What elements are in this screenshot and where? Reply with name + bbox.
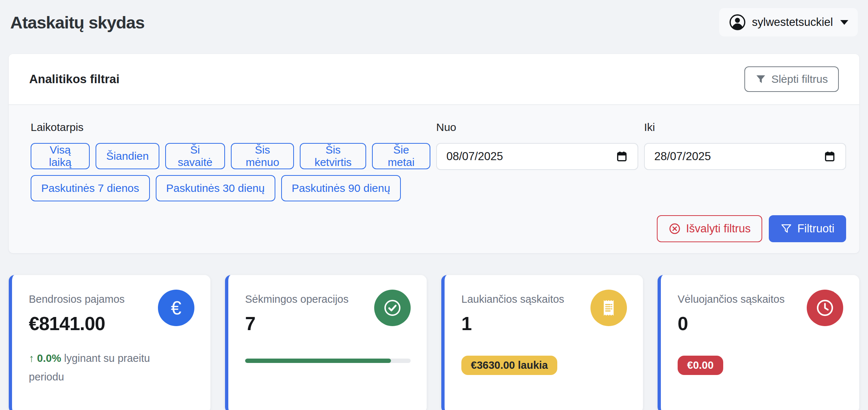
- date-to-label: Iki: [644, 121, 846, 134]
- circle-x-icon: [669, 223, 681, 235]
- filters-panel-body: Laikotarpis Visą laiką Šiandien Ši savai…: [9, 105, 859, 253]
- period-chip-paskutines-30-dienu[interactable]: Paskutinės 30 dienų: [156, 175, 275, 201]
- funnel-filled-icon: [755, 74, 766, 85]
- stat-card-successful-operations: Sėkmingos operacijos 7: [225, 275, 427, 410]
- funnel-outline-icon: [780, 223, 792, 235]
- date-from-section: Nuo 08/07/2025: [436, 121, 638, 207]
- period-chip-si-savaite[interactable]: Ši savaitė: [165, 143, 225, 169]
- euro-icon: €: [158, 290, 194, 326]
- period-chips-row-2: Paskutinės 7 dienos Paskutinės 30 dienų …: [31, 175, 430, 201]
- period-chip-sis-ketvirtis[interactable]: Šis ketvirtis: [300, 143, 366, 169]
- date-to-value: 28/07/2025: [654, 150, 711, 163]
- clear-filters-label: Išvalyti filtrus: [686, 222, 751, 235]
- receipt-icon: [590, 290, 627, 326]
- stat-card-total-revenue: Bendrosios pajamos €8141.00 € ↑ 0.0% lyg…: [9, 275, 210, 410]
- period-label: Laikotarpis: [31, 121, 430, 134]
- check-circle-icon: [374, 290, 411, 326]
- chevron-down-icon: [840, 20, 848, 25]
- progress-bar-fill: [245, 359, 391, 363]
- calendar-icon[interactable]: [616, 150, 628, 163]
- period-chip-visa-laika[interactable]: Visą laiką: [31, 143, 90, 169]
- user-name: sylwestetsuckiel: [752, 16, 833, 29]
- period-chip-sie-metai[interactable]: Šie metai: [372, 143, 430, 169]
- filters-panel-header: Analitikos filtrai Slėpti filtrus: [9, 54, 859, 105]
- user-menu[interactable]: sylwestetsuckiel: [719, 8, 858, 36]
- period-chip-paskutines-7-dienos[interactable]: Paskutinės 7 dienos: [31, 175, 150, 201]
- period-chip-paskutines-90-dienu[interactable]: Paskutinės 90 dienų: [281, 175, 401, 201]
- period-chip-sis-menuo[interactable]: Šis mėnuo: [231, 143, 294, 169]
- pending-amount-badge: €3630.00 laukia: [461, 356, 557, 375]
- hide-filters-button[interactable]: Slėpti filtrus: [744, 66, 839, 92]
- calendar-icon[interactable]: [824, 150, 836, 163]
- date-to-section: Iki 28/07/2025: [644, 121, 846, 207]
- clear-filters-button[interactable]: Išvalyti filtrus: [657, 215, 762, 242]
- filters-panel-title: Analitikos filtrai: [29, 72, 120, 86]
- overdue-amount-badge: €0.00: [678, 356, 723, 375]
- period-chips-row-1: Visą laiką Šiandien Ši savaitė Šis mėnuo…: [31, 143, 430, 169]
- date-from-input[interactable]: 08/07/2025: [436, 143, 638, 170]
- dashboard-page: Ataskaitų skydas sylwestetsuckiel Analit…: [0, 0, 868, 410]
- trend-text: ↑ 0.0% lyginant su praeitu periodu: [29, 349, 186, 386]
- hide-filters-label: Slėpti filtrus: [771, 73, 828, 85]
- period-section: Laikotarpis Visą laiką Šiandien Ši savai…: [22, 121, 430, 207]
- trend-up-arrow: ↑: [29, 352, 34, 364]
- period-chip-siandien[interactable]: Šiandien: [96, 143, 159, 169]
- page-title: Ataskaitų skydas: [10, 12, 144, 32]
- apply-filters-label: Filtruoti: [797, 222, 834, 235]
- date-from-label: Nuo: [436, 121, 638, 134]
- user-avatar-icon: [729, 13, 746, 31]
- stat-cards: Bendrosios pajamos €8141.00 € ↑ 0.0% lyg…: [9, 275, 859, 410]
- apply-filters-button[interactable]: Filtruoti: [769, 215, 846, 242]
- analytics-filters-panel: Analitikos filtrai Slėpti filtrus Laikot…: [9, 54, 859, 253]
- progress-bar: [245, 359, 411, 363]
- top-bar: Ataskaitų skydas sylwestetsuckiel: [9, 0, 859, 43]
- trend-percent: 0.0%: [37, 352, 61, 364]
- stat-card-pending-invoices: Laukiančios sąskaitos 1 €3630.00 laukia: [441, 275, 643, 410]
- clock-icon: [807, 290, 843, 326]
- date-from-value: 08/07/2025: [446, 150, 503, 163]
- filter-actions: Išvalyti filtrus Filtruoti: [22, 215, 846, 242]
- date-to-input[interactable]: 28/07/2025: [644, 143, 846, 170]
- stat-card-overdue-invoices: Vėluojančios sąskaitos 0 €0.00: [658, 275, 859, 410]
